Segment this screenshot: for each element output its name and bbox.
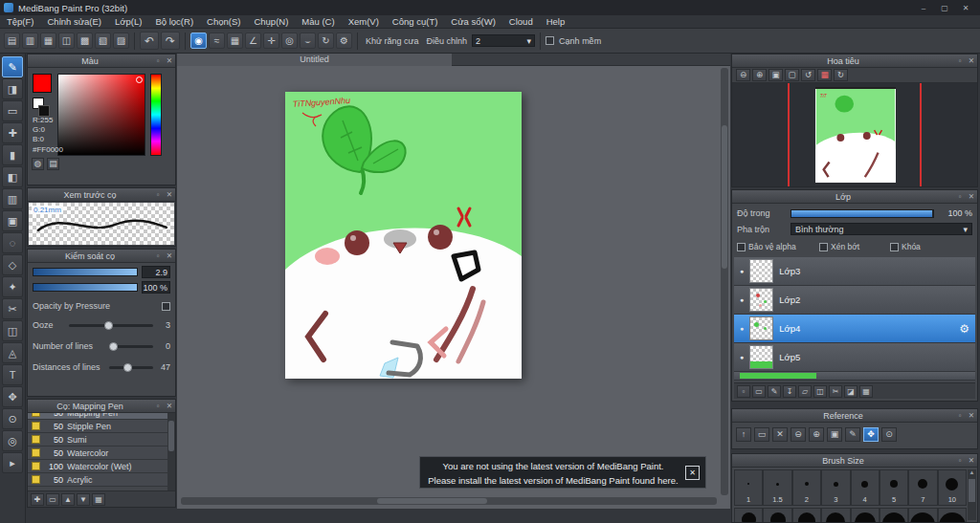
save-icon[interactable]: ▦ xyxy=(40,33,56,49)
tool-pan[interactable]: ▸ xyxy=(2,452,23,473)
redo-icon[interactable]: ↷ xyxy=(161,32,180,50)
popout-icon[interactable]: ▫ xyxy=(954,456,966,465)
duplicate-layer-icon[interactable]: ◫ xyxy=(813,385,827,398)
cut-layer-icon[interactable]: ✂ xyxy=(829,385,842,398)
zoom-in-icon[interactable]: ⊕ xyxy=(752,69,767,81)
ooze-slider[interactable] xyxy=(69,324,153,327)
menu-file[interactable]: Tệp(F) xyxy=(0,15,41,28)
ref-zoom-out-icon[interactable]: ⊖ xyxy=(791,427,806,442)
brush-up-icon[interactable]: ▲ xyxy=(61,493,75,506)
brush-size-scrollbar[interactable]: ▲ xyxy=(968,469,976,520)
select-display-icon[interactable]: ▩ xyxy=(77,33,93,49)
gear-icon[interactable]: ⚙ xyxy=(959,322,969,336)
snap-settings-icon[interactable]: ⚙ xyxy=(336,33,352,49)
lock-checkbox[interactable] xyxy=(890,243,899,251)
navigator-thumbnail[interactable]: TiT xyxy=(815,87,896,183)
brush-opacity-value[interactable]: 100 % xyxy=(142,281,170,294)
ref-pick-icon[interactable]: ⊙ xyxy=(881,427,897,442)
layer-row-partial[interactable] xyxy=(734,372,975,381)
brush-folder-icon[interactable]: ▭ xyxy=(46,493,59,506)
adjust-dropdown[interactable]: 2 ▾ xyxy=(472,34,535,47)
brush-size-cell[interactable] xyxy=(821,508,850,522)
tool-bucket[interactable]: ◧ xyxy=(2,166,23,187)
tool-move[interactable]: ✚ xyxy=(2,122,23,143)
tool-pen[interactable]: ✎ xyxy=(2,56,23,77)
merge-down-icon[interactable]: ↧ xyxy=(783,385,796,398)
tool-scissors[interactable]: ✂ xyxy=(2,298,23,319)
brush-size-slider[interactable] xyxy=(33,268,138,276)
menu-cloud[interactable]: Cloud xyxy=(502,15,540,28)
tool-hand[interactable]: ✥ xyxy=(2,386,23,407)
soft-edge-checkbox[interactable] xyxy=(546,36,554,45)
layer-opacity-slider[interactable] xyxy=(791,209,934,218)
menu-view[interactable]: Xem(V) xyxy=(342,15,386,28)
grid-icon[interactable]: ▨ xyxy=(113,33,129,49)
brush-size-cell[interactable] xyxy=(851,508,880,522)
tool-lasso[interactable]: ◇ xyxy=(2,254,23,275)
protect-alpha-checkbox[interactable] xyxy=(737,243,746,251)
menu-tools[interactable]: Công cụ(T) xyxy=(386,15,445,28)
brush-delete-icon[interactable]: ▦ xyxy=(92,493,105,506)
brush-size-cell[interactable]: 7 xyxy=(908,469,937,506)
menu-filter[interactable]: Bộ lọc(R) xyxy=(148,15,200,28)
palette-icon[interactable]: ▤ xyxy=(47,158,59,170)
brush-item-watercolor-wet[interactable]: 100 Watercolor (Wet) xyxy=(28,460,167,473)
fit-window-icon[interactable]: ▣ xyxy=(768,69,783,81)
snap-rotate-icon[interactable]: ↻ xyxy=(318,33,334,49)
snap-curve-icon[interactable]: ⌣ xyxy=(300,33,316,49)
popout-icon[interactable]: ▫ xyxy=(954,192,966,201)
snap-cross-icon[interactable]: ✛ xyxy=(263,33,279,49)
brush-list-scrollbar[interactable] xyxy=(167,413,175,490)
brush-size-cell[interactable]: 1.5 xyxy=(763,469,791,506)
tool-eyedropper[interactable]: ⊙ xyxy=(2,408,23,429)
number-of-lines-knob[interactable] xyxy=(109,342,118,351)
tool-fill[interactable]: ▮ xyxy=(2,144,23,165)
scroll-up-icon[interactable]: ▲ xyxy=(969,469,975,475)
layer-visibility-icon[interactable]: ● xyxy=(740,268,744,274)
brush-item-sumi[interactable]: 50 Sumi xyxy=(28,433,167,447)
minimize-button[interactable]: – xyxy=(913,1,934,14)
distances-of-lines-slider[interactable] xyxy=(109,366,153,369)
popout-icon[interactable]: ▫ xyxy=(954,56,966,65)
brush-size-cell[interactable] xyxy=(792,508,821,522)
number-of-lines-slider[interactable] xyxy=(109,345,153,348)
tool-divide[interactable]: ◬ xyxy=(2,342,23,363)
popout-icon[interactable]: ▫ xyxy=(954,411,966,420)
new-file-icon[interactable]: ▤ xyxy=(4,33,20,49)
tool-select-ellipse[interactable]: ◌ xyxy=(2,232,23,253)
tool-magic-wand[interactable]: ✦ xyxy=(2,276,23,297)
open-file-icon[interactable]: ▥ xyxy=(22,33,38,49)
popout-icon[interactable]: ▫ xyxy=(152,56,164,65)
ref-clear-icon[interactable]: ✕ xyxy=(772,427,788,442)
brush-size-cell[interactable] xyxy=(908,508,937,522)
reset-view-icon[interactable]: ▦ xyxy=(817,69,832,81)
close-panel-icon[interactable]: ✕ xyxy=(966,456,977,465)
layer-row-lop4[interactable]: ● Lớp4 ⚙ xyxy=(734,315,975,343)
brush-size-cell[interactable]: 10 xyxy=(938,469,967,506)
ref-folder-icon[interactable]: ▭ xyxy=(754,427,769,442)
brush-opacity-slider[interactable] xyxy=(33,283,138,292)
close-panel-icon[interactable]: ✕ xyxy=(966,192,977,201)
popout-icon[interactable]: ▫ xyxy=(152,190,164,199)
distances-of-lines-knob[interactable] xyxy=(123,363,132,372)
close-panel-icon[interactable]: ✕ xyxy=(164,402,175,410)
layer-row-lop5[interactable]: ● Lớp5 xyxy=(734,343,975,372)
snap-circle-icon[interactable]: ◎ xyxy=(281,33,298,49)
menu-select[interactable]: Chọn(S) xyxy=(200,15,247,28)
layer-row-lop2[interactable]: ● Lớp2 xyxy=(734,286,975,315)
brush-item-mapping-pen[interactable]: 50 Mapping Pen xyxy=(28,413,167,420)
brush-size-cell[interactable]: 2 xyxy=(792,469,821,506)
navigator-view[interactable]: TiT xyxy=(732,83,977,186)
hue-slider[interactable] xyxy=(150,74,162,156)
tool-stamp[interactable]: ◫ xyxy=(2,320,23,341)
rename-layer-icon[interactable]: ✎ xyxy=(768,385,781,398)
layout-icon[interactable]: ▧ xyxy=(95,33,111,49)
flip-view-icon[interactable]: ◫ xyxy=(58,33,75,49)
scrollbar-thumb[interactable] xyxy=(969,479,975,502)
rotate-right-icon[interactable]: ↻ xyxy=(834,69,848,81)
brush-item-acrylic[interactable]: 50 Acrylic xyxy=(28,473,167,487)
tool-select-rect[interactable]: ▭ xyxy=(2,100,23,121)
ref-hand-icon[interactable]: ✥ xyxy=(863,427,879,442)
close-panel-icon[interactable]: ✕ xyxy=(966,411,977,420)
tool-shape[interactable]: ▣ xyxy=(2,210,23,231)
